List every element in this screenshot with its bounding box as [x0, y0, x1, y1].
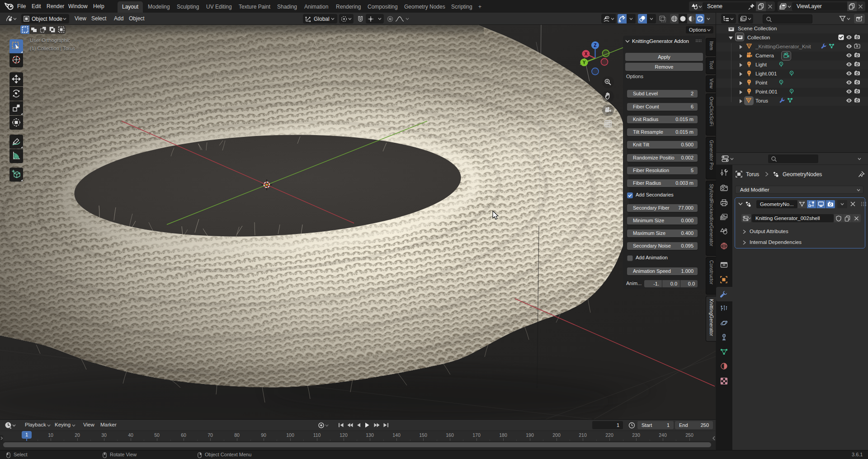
svg-text:X: X [585, 52, 588, 56]
svg-text:Y: Y [583, 60, 586, 65]
svg-text:Z: Z [594, 43, 596, 48]
